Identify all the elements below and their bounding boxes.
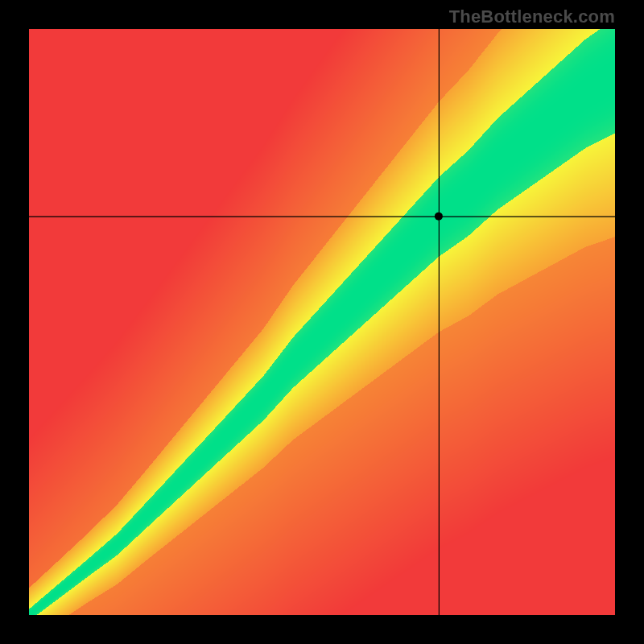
watermark-text: TheBottleneck.com xyxy=(449,6,615,27)
heatmap-plot xyxy=(29,29,615,615)
chart-frame: TheBottleneck.com xyxy=(0,0,644,644)
heatmap-canvas xyxy=(29,29,615,615)
